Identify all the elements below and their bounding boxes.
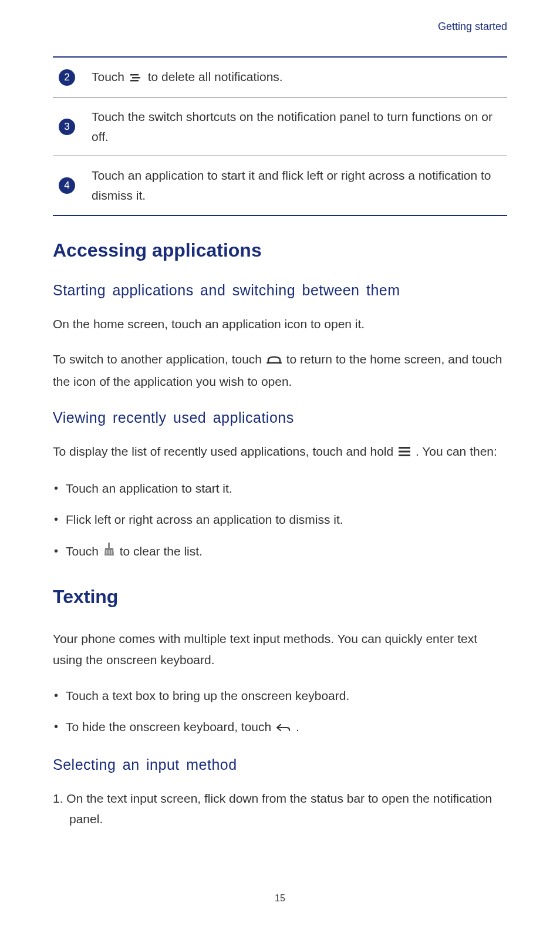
paragraph: Your phone comes with multiple text inpu… xyxy=(53,628,507,670)
bullet-list: Touch an application to start it. Flick … xyxy=(53,478,507,563)
row-text: Touch to delete all notifications. xyxy=(92,67,283,87)
text-part: to clear the list. xyxy=(120,544,203,558)
svg-rect-2 xyxy=(130,80,139,82)
heading-recent-apps: Viewing recently used applications xyxy=(53,409,507,426)
heading-selecting-input: Selecting an input method xyxy=(53,756,507,773)
text-part: To hide the onscreen keyboard, touch xyxy=(66,720,275,733)
list-item: Touch an application to start it. xyxy=(53,478,507,499)
row-text: Touch an application to start it and fli… xyxy=(92,166,507,205)
broom-icon xyxy=(103,542,115,563)
text-part: . xyxy=(296,720,299,733)
heading-texting: Texting xyxy=(53,586,507,608)
numbered-row: 4 Touch an application to start it and f… xyxy=(53,156,507,214)
list-item: Touch a text box to bring up the onscree… xyxy=(53,685,507,706)
clear-notifications-icon xyxy=(129,68,143,88)
number-badge: 3 xyxy=(59,119,75,135)
number-badge: 2 xyxy=(59,69,75,86)
text-part: . You can then: xyxy=(416,445,497,458)
divider xyxy=(53,215,507,216)
svg-rect-0 xyxy=(130,74,139,76)
heading-starting-apps: Starting applications and switching betw… xyxy=(53,282,507,299)
page-number: 15 xyxy=(0,893,560,904)
number-badge: 4 xyxy=(59,177,75,194)
section-header-label: Getting started xyxy=(53,21,507,33)
bullet-list: Touch a text box to bring up the onscree… xyxy=(53,685,507,739)
text-part: to delete all notifications. xyxy=(148,70,283,83)
svg-rect-5 xyxy=(399,450,410,452)
paragraph: To display the list of recently used app… xyxy=(53,441,507,463)
numbered-row: 3 Touch the switch shortcuts on the noti… xyxy=(53,97,507,156)
menu-icon xyxy=(398,442,411,463)
heading-accessing-applications: Accessing applications xyxy=(53,240,507,261)
svg-rect-1 xyxy=(132,77,140,79)
paragraph: To switch to another application, touch … xyxy=(53,349,507,392)
numbered-row: 2 Touch to delete all notifications. xyxy=(53,58,507,97)
text-part: Touch xyxy=(66,544,102,558)
svg-rect-7 xyxy=(108,543,110,548)
row-text: Touch the switch shortcuts on the notifi… xyxy=(92,107,507,146)
home-icon xyxy=(266,350,282,371)
list-item: Touch to clear the list. xyxy=(53,541,507,563)
text-part: To switch to another application, touch xyxy=(53,352,265,366)
back-icon xyxy=(276,718,291,739)
svg-rect-4 xyxy=(399,447,410,449)
numbered-step: 1. On the text input screen, flick down … xyxy=(53,788,507,830)
list-item: To hide the onscreen keyboard, touch . xyxy=(53,716,507,738)
document-page: Getting started 2 Touch to delete all no… xyxy=(0,0,560,864)
list-item: Flick left or right across an applicatio… xyxy=(53,509,507,530)
text-part: To display the list of recently used app… xyxy=(53,445,397,458)
svg-rect-6 xyxy=(399,454,410,456)
text-part: Touch xyxy=(92,70,128,83)
paragraph: On the home screen, touch an application… xyxy=(53,314,507,335)
